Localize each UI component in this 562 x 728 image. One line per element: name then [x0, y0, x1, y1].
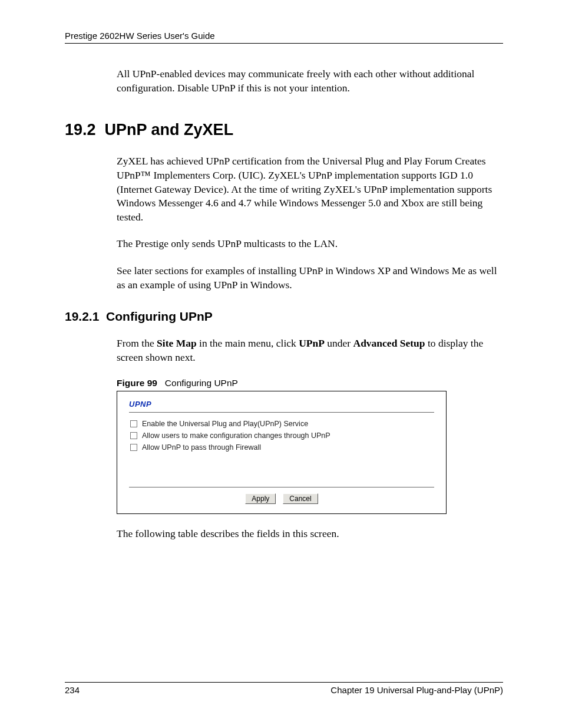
checkbox-row[interactable]: Enable the Universal Plug and Play(UPnP)… [129, 420, 434, 428]
section-paragraph: ZyXEL has achieved UPnP certification fr… [117, 154, 503, 224]
panel-divider [129, 487, 434, 487]
section-heading: 19.2 UPnP and ZyXEL [65, 121, 503, 139]
intro-paragraph: All UPnP-enabled devices may communicate… [117, 67, 503, 95]
panel-title: UPNP [129, 400, 434, 409]
checkbox-label: Allow users to make configuration change… [142, 431, 330, 440]
checkbox-list: Enable the Universal Plug and Play(UPnP)… [129, 420, 434, 452]
running-header: Prestige 2602HW Series User's Guide [65, 31, 503, 44]
subsection-intro: From the Site Map in the main menu, clic… [117, 337, 503, 364]
checkbox-row[interactable]: Allow UPnP to pass through Firewall [129, 443, 434, 452]
section-paragraph: The Prestige only sends UPnP multicasts … [117, 237, 503, 251]
checkbox-icon[interactable] [130, 444, 137, 451]
panel-divider [129, 412, 434, 413]
checkbox-icon[interactable] [130, 432, 137, 439]
subsection-number: 19.2.1 [65, 309, 99, 323]
checkbox-row[interactable]: Allow users to make configuration change… [129, 431, 434, 440]
subsection-heading: 19.2.1 Configuring UPnP [65, 309, 503, 324]
checkbox-label: Enable the Universal Plug and Play(UPnP)… [142, 420, 308, 428]
section-number: 19.2 [65, 121, 96, 139]
checkbox-label: Allow UPnP to pass through Firewall [142, 443, 261, 452]
figure-caption: Figure 99 Configuring UPnP [117, 378, 447, 391]
section-title: UPnP and ZyXEL [105, 121, 234, 139]
figure-label: Figure 99 [117, 378, 157, 388]
section-paragraph: See later sections for examples of insta… [117, 264, 503, 292]
header-title: Prestige 2602HW Series User's Guide [65, 31, 215, 41]
page-number: 234 [65, 685, 80, 695]
checkbox-icon[interactable] [130, 420, 137, 427]
chapter-label: Chapter 19 Universal Plug-and-Play (UPnP… [330, 685, 503, 695]
running-footer: 234 Chapter 19 Universal Plug-and-Play (… [65, 682, 503, 695]
apply-button[interactable]: Apply [245, 493, 276, 504]
figure-caption-text: Configuring UPnP [165, 378, 238, 388]
subsection-title: Configuring UPnP [106, 309, 213, 323]
trailing-paragraph: The following table describes the fields… [117, 527, 503, 541]
figure-block: Figure 99 Configuring UPnP UPNP Enable t… [117, 378, 447, 514]
button-row: Apply Cancel [129, 493, 434, 504]
figure-frame: UPNP Enable the Universal Plug and Play(… [117, 391, 447, 514]
cancel-button[interactable]: Cancel [283, 493, 318, 504]
